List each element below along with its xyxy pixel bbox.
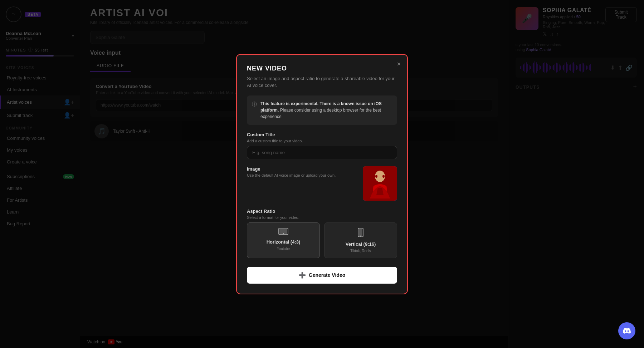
svg-point-7 bbox=[375, 175, 377, 178]
modal-close-button[interactable]: × bbox=[397, 60, 401, 68]
warning-box: ⓘ This feature is experimental. There is… bbox=[247, 95, 397, 125]
generate-video-label: Generate Video bbox=[309, 272, 345, 278]
modal-title: NEW VIDEO bbox=[247, 65, 397, 72]
discord-button[interactable] bbox=[618, 322, 635, 339]
aspect-vertical-label: Vertical (9:16) bbox=[346, 241, 376, 247]
generate-video-button[interactable]: ➕ Generate Video bbox=[247, 267, 397, 284]
image-preview[interactable] bbox=[363, 166, 397, 201]
aspect-ratio-desc: Select a format for your video. bbox=[247, 215, 397, 220]
new-video-modal: × NEW VIDEO Select an image and aspect r… bbox=[236, 54, 408, 294]
aspect-vertical[interactable]: Vertical (9:16) Tiktok, Reels bbox=[324, 222, 397, 258]
image-label: Image bbox=[247, 166, 357, 172]
modal-overlay[interactable]: × NEW VIDEO Select an image and aspect r… bbox=[0, 0, 644, 348]
discord-icon bbox=[623, 328, 631, 334]
vertical-icon bbox=[358, 228, 364, 239]
aspect-vertical-platform: Tiktok, Reels bbox=[350, 249, 371, 253]
generate-icon: ➕ bbox=[299, 272, 306, 279]
image-desc: Use the default AI voice image or upload… bbox=[247, 173, 357, 177]
aspect-options: Horizontal (4:3) Youtube Vertical (9:16)… bbox=[247, 222, 397, 258]
custom-title-label: Custom Title bbox=[247, 132, 397, 137]
aspect-horizontal-platform: Youtube bbox=[277, 247, 290, 251]
aspect-horizontal-label: Horizontal (4:3) bbox=[267, 239, 301, 245]
image-info: Image Use the default AI voice image or … bbox=[247, 166, 357, 180]
custom-title-desc: Add a custom title to your video. bbox=[247, 139, 397, 143]
svg-point-14 bbox=[360, 235, 361, 236]
custom-title-input[interactable] bbox=[247, 146, 397, 159]
horizontal-icon bbox=[278, 228, 288, 237]
aspect-ratio-label: Aspect Ratio bbox=[247, 209, 397, 214]
aspect-horizontal[interactable]: Horizontal (4:3) Youtube bbox=[247, 222, 320, 258]
image-section: Image Use the default AI voice image or … bbox=[247, 166, 397, 201]
svg-point-8 bbox=[382, 175, 385, 178]
svg-point-11 bbox=[283, 233, 284, 234]
modal-subtitle: Select an image and aspect ratio to gene… bbox=[247, 75, 397, 89]
preview-image-svg bbox=[363, 166, 397, 201]
info-icon: ⓘ bbox=[252, 101, 257, 108]
svg-rect-13 bbox=[359, 229, 362, 236]
aspect-ratio-section: Aspect Ratio Select a format for your vi… bbox=[247, 209, 397, 258]
warning-text: This feature is experimental. There is a… bbox=[260, 101, 392, 120]
